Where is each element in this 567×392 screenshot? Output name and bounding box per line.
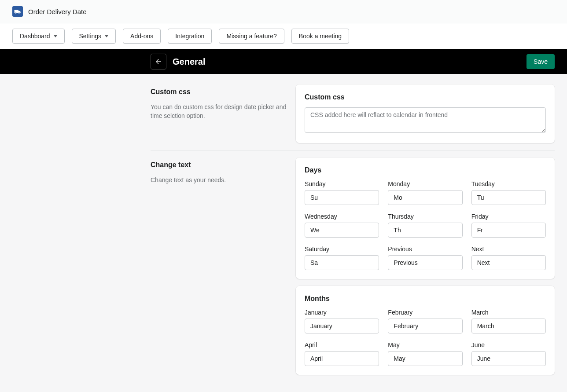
field-january: January [305,309,379,333]
friday-label: Friday [471,213,546,220]
app-logo-icon [12,6,23,17]
field-monday: Monday [388,180,462,205]
content: Custom css You can do custom css for des… [5,74,562,392]
svg-rect-0 [15,10,18,13]
arrow-left-icon [155,58,162,66]
monday-input[interactable] [388,190,462,205]
change-text-desc: Change text as your needs. [151,176,287,185]
april-label: April [305,341,379,348]
change-text-heading: Change text [151,161,287,169]
march-input[interactable] [471,319,546,333]
wednesday-label: Wednesday [305,213,379,220]
months-card: Months January February March [296,286,555,375]
svg-point-2 [18,12,20,14]
custom-css-desc: You can do custom css for design date pi… [151,103,287,120]
saturday-label: Saturday [305,245,379,253]
february-label: February [388,309,462,316]
previous-input[interactable] [388,255,462,270]
custom-css-heading: Custom css [151,88,287,96]
nav-row: Dashboard Settings Add-ons Integration M… [0,23,567,49]
sunday-label: Sunday [305,180,379,187]
june-label: June [471,341,546,348]
svg-point-1 [15,12,17,14]
section-change-text: Change text Change text as your needs. D… [151,150,555,382]
january-input[interactable] [305,319,379,333]
field-june: June [471,341,546,366]
saturday-input[interactable] [305,255,379,270]
book-meeting-label: Book a meeting [299,33,342,40]
caret-down-icon [105,35,108,37]
days-card-title: Days [305,166,546,174]
sunday-input[interactable] [305,190,379,205]
next-input[interactable] [471,255,546,270]
months-card-title: Months [305,295,546,303]
field-may: May [388,341,462,366]
field-april: April [305,341,379,366]
addons-button[interactable]: Add-ons [123,29,161,44]
friday-input[interactable] [471,223,546,238]
integration-button[interactable]: Integration [168,29,212,44]
april-input[interactable] [305,351,379,366]
field-wednesday: Wednesday [305,213,379,238]
january-label: January [305,309,379,316]
dashboard-button[interactable]: Dashboard [12,29,65,44]
missing-feature-button[interactable]: Missing a feature? [219,29,284,44]
may-input[interactable] [388,351,462,366]
field-sunday: Sunday [305,180,379,205]
dashboard-label: Dashboard [20,33,50,40]
tuesday-input[interactable] [471,190,546,205]
section-custom-css: Custom css You can do custom css for des… [151,84,555,150]
custom-css-textarea[interactable] [305,107,546,133]
app-title: Order Delivery Date [28,8,87,15]
addons-label: Add-ons [130,33,153,40]
custom-css-card: Custom css [296,84,555,143]
sub-header: General Save [0,49,567,74]
custom-css-card-title: Custom css [305,93,546,101]
save-button[interactable]: Save [526,54,555,69]
field-march: March [471,309,546,333]
field-friday: Friday [471,213,546,238]
missing-feature-label: Missing a feature? [226,33,276,40]
settings-label: Settings [79,33,102,40]
field-tuesday: Tuesday [471,180,546,205]
field-thursday: Thursday [388,213,462,238]
tuesday-label: Tuesday [471,180,546,187]
field-next: Next [471,245,546,270]
book-meeting-button[interactable]: Book a meeting [291,29,349,44]
integration-label: Integration [175,33,204,40]
settings-button[interactable]: Settings [72,29,116,44]
next-label: Next [471,245,546,253]
field-saturday: Saturday [305,245,379,270]
app-bar: Order Delivery Date [0,0,567,23]
monday-label: Monday [388,180,462,187]
field-previous: Previous [388,245,462,270]
field-february: February [388,309,462,333]
may-label: May [388,341,462,348]
back-button[interactable] [151,54,166,70]
caret-down-icon [54,35,57,37]
days-card: Days Sunday Monday Tuesday [296,158,555,279]
wednesday-input[interactable] [305,223,379,238]
previous-label: Previous [388,245,462,253]
june-input[interactable] [471,351,546,366]
february-input[interactable] [388,319,462,333]
thursday-input[interactable] [388,223,462,238]
march-label: March [471,309,546,316]
page-title: General [173,57,205,67]
thursday-label: Thursday [388,213,462,220]
